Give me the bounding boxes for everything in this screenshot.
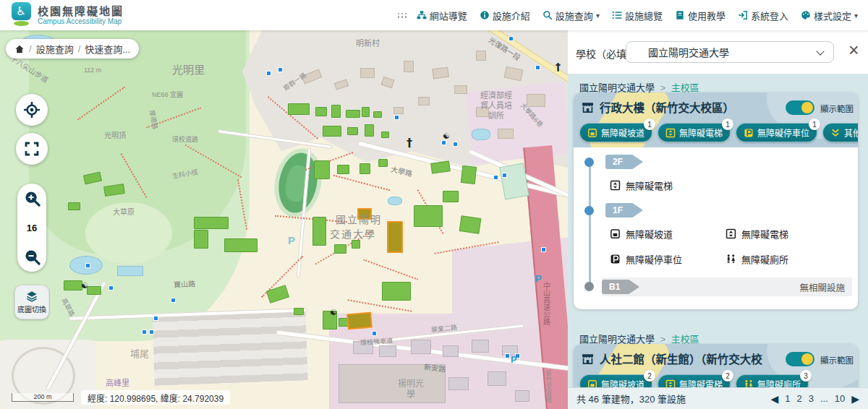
map-building: [359, 163, 370, 174]
map-node-marker[interactable]: [502, 173, 507, 178]
map-node-marker[interactable]: [394, 115, 399, 120]
map-building: [337, 165, 349, 174]
filter-other-button[interactable]: 其他: [822, 123, 858, 142]
facility-item[interactable]: 無障礙廁所: [726, 252, 841, 266]
show-range-toggle[interactable]: [786, 352, 814, 366]
map-node-marker[interactable]: [372, 331, 377, 336]
map-node-marker[interactable]: [171, 298, 176, 303]
floor-tag-b1[interactable]: B1: [602, 280, 639, 294]
nav-tutorial[interactable]: 使用教學: [675, 9, 726, 22]
facility-item[interactable]: 無障礙電梯: [726, 227, 841, 241]
pagination: ◀ 1 2 3 ... 10 ▶: [770, 393, 859, 405]
results-footer: 共 46 筆建物，320 筆設施 ◀ 1 2 3 ... 10 ▶: [568, 387, 868, 409]
caret-down-icon: ▾: [596, 12, 600, 20]
breadcrumb-quick-query[interactable]: 快速查詢...: [85, 42, 130, 56]
map-label: 大學路: [390, 165, 413, 179]
map-selected-building[interactable]: [387, 221, 403, 253]
map-building: [312, 217, 326, 246]
map-label: 寶山路: [174, 280, 196, 290]
map-node-marker[interactable]: [149, 330, 154, 335]
nav-label: 網站導覽: [430, 9, 467, 22]
info-icon: [480, 10, 490, 20]
facility-item[interactable]: 無障礙停車位: [610, 252, 726, 266]
next-page-button[interactable]: ▶: [851, 393, 859, 405]
map-node-marker[interactable]: [266, 71, 271, 76]
map-node-marker[interactable]: [509, 36, 514, 41]
filter-ramp-button[interactable]: 無障礙坡道1: [579, 123, 652, 142]
map-label: 埔尾: [130, 348, 149, 360]
map-building: [224, 238, 258, 252]
map-node-marker[interactable]: [109, 285, 114, 290]
no-facility-text: 無相關設施: [799, 280, 845, 294]
zoom-in-button[interactable]: [24, 190, 41, 207]
double-chevron-down-icon: [830, 128, 841, 138]
nav-theme-settings[interactable]: 樣式設定▾: [801, 9, 858, 22]
map-building: [527, 94, 545, 107]
map-label: 112 m: [84, 66, 101, 74]
map-node-marker[interactable]: [278, 67, 283, 72]
map-node-marker[interactable]: [142, 330, 147, 335]
nav-facility-search[interactable]: 設施查詢▾: [542, 9, 600, 22]
map-node-marker[interactable]: [493, 175, 498, 180]
count-badge: 1: [644, 119, 655, 130]
page-ellipsis: ...: [820, 393, 828, 404]
map-node-marker[interactable]: [85, 263, 90, 268]
floor-tag-1f[interactable]: 1F: [605, 203, 643, 218]
page-1[interactable]: 1: [785, 393, 790, 404]
map-node-marker[interactable]: [505, 353, 510, 358]
group-separator: >: [660, 334, 666, 345]
app-logo[interactable]: ♿ 校園無障礙地圖 Campus Accessibility Map: [10, 2, 124, 28]
temple-icon: ☯: [330, 308, 337, 317]
prev-page-button[interactable]: ◀: [770, 393, 778, 405]
group-school-link[interactable]: 國立陽明交通大學: [579, 82, 655, 93]
map-building: [443, 345, 459, 357]
timeline-dot: [584, 206, 594, 215]
count-badge: 1: [722, 119, 733, 130]
basemap-switch-button[interactable]: 底圖切換: [14, 285, 49, 319]
floor-tag-2f[interactable]: 2F: [605, 155, 643, 169]
filter-parking-button[interactable]: 無障礙停車位1: [736, 123, 817, 142]
filter-elevator-button[interactable]: 無障礙電梯1: [658, 123, 731, 142]
breadcrumb-separator: /: [78, 43, 81, 54]
map-selected-building[interactable]: [346, 312, 373, 330]
map-node-marker[interactable]: [441, 140, 446, 145]
map-node-marker[interactable]: [535, 65, 540, 70]
nav-login[interactable]: 系統登入: [738, 9, 788, 22]
map-label: 中山高速公路: [541, 282, 550, 325]
breadcrumb-facility-query[interactable]: 設施查詢: [36, 42, 74, 56]
timeline-dot: [584, 158, 594, 167]
facility-item[interactable]: 無障礙電梯: [610, 178, 851, 192]
map-node-marker[interactable]: [153, 316, 158, 321]
page-3[interactable]: 3: [809, 393, 814, 404]
nav-facility-intro[interactable]: 設施介紹: [480, 9, 530, 22]
group-campus-link[interactable]: 主校區: [671, 334, 699, 345]
map-building: [373, 111, 382, 118]
count-badge: 2: [644, 370, 655, 382]
results-panel: 學校（必填）* 國立陽明交通大學 × 國立陽明交通大學 > 主校區 行政大樓（新…: [568, 30, 868, 409]
map-node-marker[interactable]: [541, 247, 546, 252]
panel-close-button[interactable]: ×: [848, 40, 859, 59]
grid-dots-icon[interactable]: [398, 13, 407, 18]
sitemap-icon: [417, 10, 427, 20]
zoom-out-button[interactable]: [24, 249, 41, 265]
parking-symbol: P: [288, 234, 295, 246]
group-school-link[interactable]: 國立陽明交通大學: [579, 334, 655, 345]
book-icon: [675, 10, 685, 20]
map-label: 經濟部經 貿人員培 訓所: [480, 91, 512, 121]
school-select[interactable]: 國立陽明交通大學: [626, 41, 834, 63]
home-icon[interactable]: [14, 44, 25, 54]
map-building: [314, 160, 330, 179]
fullscreen-button[interactable]: [16, 133, 48, 165]
facility-item[interactable]: 無障礙坡道: [610, 227, 726, 241]
map-building: [443, 191, 459, 202]
map-canvas[interactable]: ☯ ☯ ☯ † † P P P 光明里 明新村 經濟部經 貿人員培 訓所 大學路…: [0, 30, 568, 409]
page-10[interactable]: 10: [835, 393, 845, 404]
map-node-marker[interactable]: [453, 142, 458, 147]
nav-facility-overview[interactable]: 設施總覽: [612, 9, 663, 22]
chevron-down-icon: [816, 47, 824, 55]
group-campus-link[interactable]: 主校區: [671, 82, 699, 93]
show-range-toggle[interactable]: [786, 100, 814, 115]
locate-button[interactable]: [16, 94, 48, 126]
nav-sitemap[interactable]: 網站導覽: [417, 9, 467, 22]
page-2[interactable]: 2: [796, 393, 801, 404]
